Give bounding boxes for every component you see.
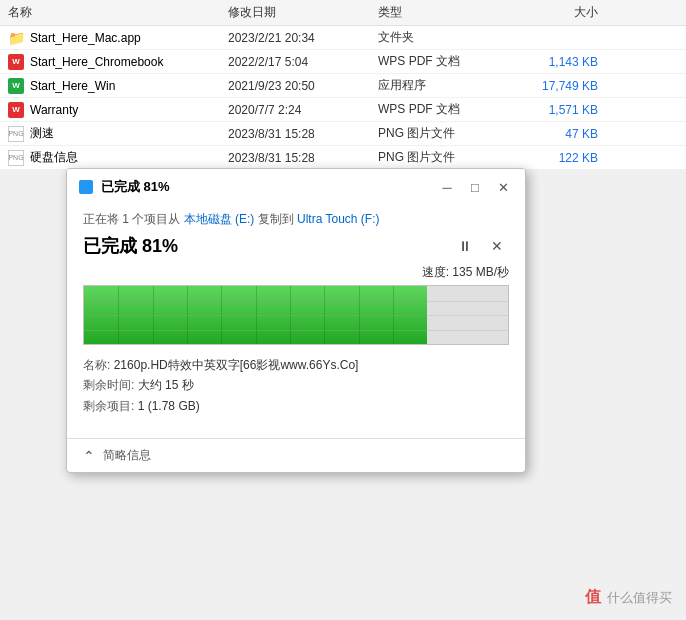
dialog-body: 正在将 1 个项目从 本地磁盘 (E:) 复制到 Ultra Touch (F:… <box>67 203 525 438</box>
file-name-value: 2160p.HD特效中英双字[66影视www.66Ys.Co] <box>114 358 359 372</box>
header-name[interactable]: 名称 <box>8 4 228 21</box>
progress-bar-container <box>83 285 509 345</box>
minimize-button[interactable]: ─ <box>437 177 457 197</box>
file-name-text: 测速 <box>30 125 54 142</box>
file-name-cell: W Start_Here_Win <box>8 78 228 94</box>
file-date-cell: 2023/2/21 20:34 <box>228 31 378 45</box>
file-date-cell: 2020/7/7 2:24 <box>228 103 378 117</box>
table-row[interactable]: 📁 Start_Here_Mac.app 2023/2/21 20:34 文件夹 <box>0 26 686 50</box>
file-type-cell: PNG 图片文件 <box>378 125 498 142</box>
dialog-titlebar: 已完成 81% ─ □ ✕ <box>67 169 525 203</box>
footer-label: 简略信息 <box>103 447 151 464</box>
table-row[interactable]: PNG 硬盘信息 2023/8/31 15:28 PNG 图片文件 122 KB <box>0 146 686 170</box>
dialog-title-icon <box>79 180 93 194</box>
progress-header: 已完成 81% ⏸ ✕ <box>83 234 509 258</box>
close-button[interactable]: ✕ <box>493 177 513 197</box>
file-type-cell: 应用程序 <box>378 77 498 94</box>
file-name-text: Warranty <box>30 103 78 117</box>
header-size[interactable]: 大小 <box>498 4 598 21</box>
pdf-icon: W <box>8 102 24 118</box>
dialog-controls: ─ □ ✕ <box>437 177 513 197</box>
file-name-cell: W Warranty <box>8 102 228 118</box>
file-size-cell: 17,749 KB <box>498 79 598 93</box>
file-type-cell: 文件夹 <box>378 29 498 46</box>
table-row[interactable]: PNG 测速 2023/8/31 15:28 PNG 图片文件 47 KB <box>0 122 686 146</box>
file-date-cell: 2023/8/31 15:28 <box>228 127 378 141</box>
file-name-cell: W Start_Here_Chromebook <box>8 54 228 70</box>
app-icon: W <box>8 78 24 94</box>
watermark-text: 什么值得买 <box>607 589 672 607</box>
folder-icon: 📁 <box>8 30 24 46</box>
file-name-text: Start_Here_Win <box>30 79 115 93</box>
file-name-text: Start_Here_Mac.app <box>30 31 141 45</box>
progress-actions: ⏸ ✕ <box>453 234 509 258</box>
source-link[interactable]: 本地磁盘 (E:) <box>184 212 255 226</box>
file-name-cell: PNG 硬盘信息 <box>8 149 228 166</box>
dialog-title-left: 已完成 81% <box>79 178 170 196</box>
file-size-cell: 1,571 KB <box>498 103 598 117</box>
desc-prefix: 正在将 1 个项目从 <box>83 212 184 226</box>
header-date[interactable]: 修改日期 <box>228 4 378 21</box>
file-date-cell: 2021/9/23 20:50 <box>228 79 378 93</box>
png-icon: PNG <box>8 150 24 166</box>
remaining-items-value: 1 (1.78 GB) <box>138 399 200 413</box>
file-name-row: 名称: 2160p.HD特效中英双字[66影视www.66Ys.Co] <box>83 355 509 375</box>
watermark: 值 什么值得买 <box>585 587 672 608</box>
maximize-button[interactable]: □ <box>465 177 485 197</box>
pdf-icon: W <box>8 54 24 70</box>
cancel-button[interactable]: ✕ <box>485 234 509 258</box>
watermark-dot: 值 <box>585 587 601 608</box>
file-name-text: 硬盘信息 <box>30 149 78 166</box>
dialog-footer[interactable]: ⌃ 简略信息 <box>67 438 525 472</box>
remaining-time-label: 剩余时间: <box>83 378 134 392</box>
file-size-cell: 122 KB <box>498 151 598 165</box>
table-row[interactable]: W Start_Here_Chromebook 2022/2/17 5:04 W… <box>0 50 686 74</box>
copy-progress-dialog: 已完成 81% ─ □ ✕ 正在将 1 个项目从 本地磁盘 (E:) 复制到 U… <box>66 168 526 473</box>
png-icon: PNG <box>8 126 24 142</box>
file-list: 📁 Start_Here_Mac.app 2023/2/21 20:34 文件夹… <box>0 26 686 170</box>
file-type-cell: WPS PDF 文档 <box>378 53 498 70</box>
speed-row: 速度: 135 MB/秒 <box>83 264 509 281</box>
header-type[interactable]: 类型 <box>378 4 498 21</box>
file-type-cell: PNG 图片文件 <box>378 149 498 166</box>
pause-button[interactable]: ⏸ <box>453 234 477 258</box>
copy-description: 正在将 1 个项目从 本地磁盘 (E:) 复制到 Ultra Touch (F:… <box>83 211 509 228</box>
file-table-header: 名称 修改日期 类型 大小 <box>0 0 686 26</box>
file-name-cell: PNG 测速 <box>8 125 228 142</box>
dialog-title: 已完成 81% <box>101 178 170 196</box>
remaining-items-label: 剩余项目: <box>83 399 134 413</box>
remaining-items-row: 剩余项目: 1 (1.78 GB) <box>83 396 509 416</box>
chevron-up-icon: ⌃ <box>83 448 95 464</box>
file-size-cell: 1,143 KB <box>498 55 598 69</box>
speed-label: 速度: 135 MB/秒 <box>422 264 509 281</box>
file-name-cell: 📁 Start_Here_Mac.app <box>8 30 228 46</box>
file-date-cell: 2023/8/31 15:28 <box>228 151 378 165</box>
file-name-text: Start_Here_Chromebook <box>30 55 163 69</box>
file-type-cell: WPS PDF 文档 <box>378 101 498 118</box>
remaining-time-row: 剩余时间: 大约 15 秒 <box>83 375 509 395</box>
progress-label: 已完成 81% <box>83 234 178 258</box>
file-info: 名称: 2160p.HD特效中英双字[66影视www.66Ys.Co] 剩余时间… <box>83 355 509 416</box>
desc-middle: 复制到 <box>254 212 297 226</box>
remaining-time-value: 大约 15 秒 <box>138 378 194 392</box>
destination-link[interactable]: Ultra Touch (F:) <box>297 212 379 226</box>
file-date-cell: 2022/2/17 5:04 <box>228 55 378 69</box>
file-size-cell: 47 KB <box>498 127 598 141</box>
table-row[interactable]: W Start_Here_Win 2021/9/23 20:50 应用程序 17… <box>0 74 686 98</box>
file-name-label: 名称: <box>83 358 110 372</box>
table-row[interactable]: W Warranty 2020/7/7 2:24 WPS PDF 文档 1,57… <box>0 98 686 122</box>
